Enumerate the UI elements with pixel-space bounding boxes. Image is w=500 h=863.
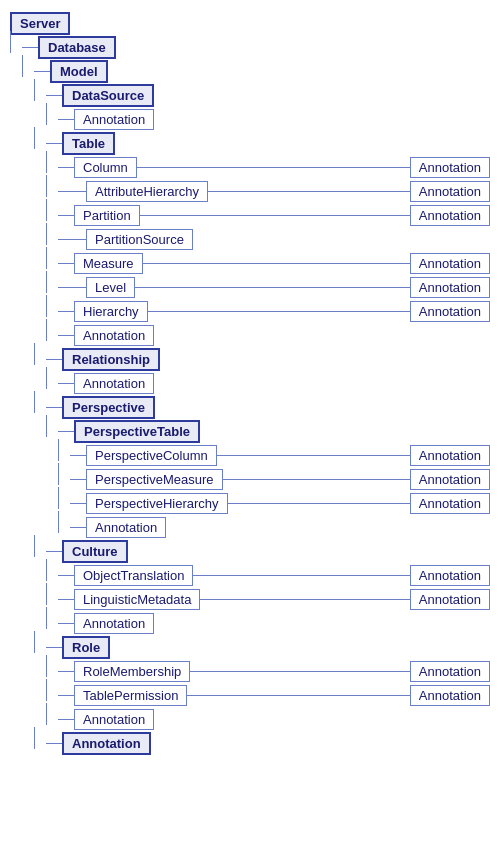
schema-tree: Server Database Model DataSource Annotat… — [10, 12, 490, 754]
partitionsource-row: PartitionSource — [10, 228, 490, 250]
measure-annotation-node[interactable]: Annotation — [410, 253, 490, 274]
database-row: Database — [10, 36, 490, 58]
role-annotation-node[interactable]: Annotation — [74, 709, 154, 730]
partitionsource-node[interactable]: PartitionSource — [86, 229, 193, 250]
relationship-annotation-row: Annotation — [10, 372, 490, 394]
perspectivecolumn-node[interactable]: PerspectiveColumn — [86, 445, 217, 466]
perspective-row: Perspective — [10, 396, 490, 418]
tablepermission-node[interactable]: TablePermission — [74, 685, 187, 706]
objecttranslation-annotation-node[interactable]: Annotation — [410, 565, 490, 586]
linguisticmetadata-annotation-node[interactable]: Annotation — [410, 589, 490, 610]
relationship-annotation-node[interactable]: Annotation — [74, 373, 154, 394]
rolemembership-row: RoleMembership Annotation — [10, 660, 490, 682]
tablepermission-row: TablePermission Annotation — [10, 684, 490, 706]
model-annotation-node[interactable]: Annotation — [62, 732, 151, 755]
role-node[interactable]: Role — [62, 636, 110, 659]
relationship-row: Relationship — [10, 348, 490, 370]
partition-row: Partition Annotation — [10, 204, 490, 226]
database-node[interactable]: Database — [38, 36, 116, 59]
column-annotation-node[interactable]: Annotation — [410, 157, 490, 178]
model-annotation-row: Annotation — [10, 732, 490, 754]
column-node[interactable]: Column — [74, 157, 137, 178]
column-row: Column Annotation — [10, 156, 490, 178]
datasource-annotation-row: Annotation — [10, 108, 490, 130]
perspectivemeasure-annotation-node[interactable]: Annotation — [410, 469, 490, 490]
perspective-node[interactable]: Perspective — [62, 396, 155, 419]
partition-annotation-node[interactable]: Annotation — [410, 205, 490, 226]
table-annotation-node[interactable]: Annotation — [74, 325, 154, 346]
datasource-annotation-node[interactable]: Annotation — [74, 109, 154, 130]
culture-annotation-node[interactable]: Annotation — [74, 613, 154, 634]
role-annotation-row: Annotation — [10, 708, 490, 730]
perspectivetable-annotation-node[interactable]: Annotation — [86, 517, 166, 538]
attrhier-node[interactable]: AttributeHierarchy — [86, 181, 208, 202]
server-row: Server — [10, 12, 490, 34]
datasource-row: DataSource — [10, 84, 490, 106]
perspectivetable-row: PerspectiveTable — [10, 420, 490, 442]
measure-row: Measure Annotation — [10, 252, 490, 274]
level-node[interactable]: Level — [86, 277, 135, 298]
rolemembership-node[interactable]: RoleMembership — [74, 661, 190, 682]
model-node[interactable]: Model — [50, 60, 108, 83]
level-annotation-node[interactable]: Annotation — [410, 277, 490, 298]
rolemembership-annotation-node[interactable]: Annotation — [410, 661, 490, 682]
perspectivetable-annotation-row: Annotation — [10, 516, 490, 538]
perspectivemeasure-row: PerspectiveMeasure Annotation — [10, 468, 490, 490]
hierarchy-row: Hierarchy Annotation — [10, 300, 490, 322]
role-row: Role — [10, 636, 490, 658]
attrhier-annotation-node[interactable]: Annotation — [410, 181, 490, 202]
hierarchy-annotation-node[interactable]: Annotation — [410, 301, 490, 322]
table-row: Table — [10, 132, 490, 154]
culture-node[interactable]: Culture — [62, 540, 128, 563]
perspectivecolumn-row: PerspectiveColumn Annotation — [10, 444, 490, 466]
perspectivemeasure-node[interactable]: PerspectiveMeasure — [86, 469, 223, 490]
measure-node[interactable]: Measure — [74, 253, 143, 274]
level-row: Level Annotation — [10, 276, 490, 298]
objecttranslation-row: ObjectTranslation Annotation — [10, 564, 490, 586]
culture-row: Culture — [10, 540, 490, 562]
tablepermission-annotation-node[interactable]: Annotation — [410, 685, 490, 706]
perspectivetable-node[interactable]: PerspectiveTable — [74, 420, 200, 443]
culture-annotation-row: Annotation — [10, 612, 490, 634]
perspectivehierarchy-row: PerspectiveHierarchy Annotation — [10, 492, 490, 514]
linguisticmetadata-row: LinguisticMetadata Annotation — [10, 588, 490, 610]
linguisticmetadata-node[interactable]: LinguisticMetadata — [74, 589, 200, 610]
objecttranslation-node[interactable]: ObjectTranslation — [74, 565, 193, 586]
perspectivehierarchy-node[interactable]: PerspectiveHierarchy — [86, 493, 228, 514]
partition-node[interactable]: Partition — [74, 205, 140, 226]
table-node[interactable]: Table — [62, 132, 115, 155]
datasource-node[interactable]: DataSource — [62, 84, 154, 107]
relationship-node[interactable]: Relationship — [62, 348, 160, 371]
perspectivecolumn-annotation-node[interactable]: Annotation — [410, 445, 490, 466]
table-annotation-row: Annotation — [10, 324, 490, 346]
perspectivehierarchy-annotation-node[interactable]: Annotation — [410, 493, 490, 514]
model-row: Model — [10, 60, 490, 82]
hierarchy-node[interactable]: Hierarchy — [74, 301, 148, 322]
attrhier-row: AttributeHierarchy Annotation — [10, 180, 490, 202]
